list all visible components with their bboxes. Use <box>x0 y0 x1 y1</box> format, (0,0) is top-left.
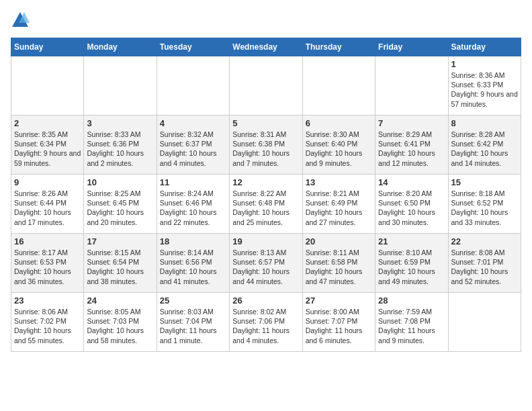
day-number: 12 <box>232 177 299 187</box>
day-number: 2 <box>14 118 81 128</box>
day-info: Sunrise: 8:08 AM Sunset: 7:01 PM Dayligh… <box>451 248 518 286</box>
weekday-header: Thursday <box>302 38 375 56</box>
calendar-cell: 4Sunrise: 8:32 AM Sunset: 6:37 PM Daylig… <box>157 116 229 175</box>
calendar-cell: 22Sunrise: 8:08 AM Sunset: 7:01 PM Dayli… <box>448 234 521 293</box>
logo-icon <box>11 11 30 30</box>
day-number: 17 <box>87 236 153 246</box>
calendar-cell: 7Sunrise: 8:29 AM Sunset: 6:41 PM Daylig… <box>375 116 448 175</box>
calendar-cell: 14Sunrise: 8:20 AM Sunset: 6:50 PM Dayli… <box>375 175 448 234</box>
day-number: 11 <box>160 177 226 187</box>
day-number: 21 <box>378 236 445 246</box>
day-number: 4 <box>160 118 226 128</box>
day-number: 13 <box>306 177 372 187</box>
day-number: 19 <box>232 236 299 246</box>
day-info: Sunrise: 8:18 AM Sunset: 6:52 PM Dayligh… <box>451 189 518 227</box>
day-number: 28 <box>378 295 445 306</box>
weekday-header: Tuesday <box>157 38 229 56</box>
day-info: Sunrise: 8:30 AM Sunset: 6:40 PM Dayligh… <box>306 130 372 168</box>
calendar-cell: 21Sunrise: 8:10 AM Sunset: 6:59 PM Dayli… <box>375 234 448 293</box>
calendar-cell: 19Sunrise: 8:13 AM Sunset: 6:57 PM Dayli… <box>230 234 302 293</box>
logo <box>11 11 32 30</box>
day-number: 1 <box>451 59 518 69</box>
calendar-cell: 15Sunrise: 8:18 AM Sunset: 6:52 PM Dayli… <box>448 175 521 234</box>
day-number: 15 <box>451 177 518 187</box>
day-info: Sunrise: 8:10 AM Sunset: 6:59 PM Dayligh… <box>378 248 445 286</box>
calendar-cell: 1Sunrise: 8:36 AM Sunset: 6:33 PM Daylig… <box>448 56 521 116</box>
calendar-cell: 17Sunrise: 8:15 AM Sunset: 6:54 PM Dayli… <box>84 234 157 293</box>
day-info: Sunrise: 8:03 AM Sunset: 7:04 PM Dayligh… <box>160 307 226 345</box>
calendar-cell: 9Sunrise: 8:26 AM Sunset: 6:44 PM Daylig… <box>11 175 84 234</box>
calendar-table: SundayMondayTuesdayWednesdayThursdayFrid… <box>11 38 521 352</box>
day-number: 26 <box>232 295 299 306</box>
calendar-cell: 13Sunrise: 8:21 AM Sunset: 6:49 PM Dayli… <box>302 175 375 234</box>
day-number: 24 <box>87 295 153 306</box>
calendar-cell <box>11 56 84 116</box>
weekday-header: Friday <box>375 38 448 56</box>
day-number: 14 <box>378 177 445 187</box>
calendar-cell <box>302 56 375 116</box>
day-info: Sunrise: 8:14 AM Sunset: 6:56 PM Dayligh… <box>160 248 226 286</box>
calendar-cell <box>448 293 521 352</box>
day-number: 23 <box>14 295 81 306</box>
weekday-header: Wednesday <box>230 38 302 56</box>
day-number: 6 <box>306 118 372 128</box>
day-number: 22 <box>451 236 518 246</box>
calendar-header-row: SundayMondayTuesdayWednesdayThursdayFrid… <box>11 38 521 56</box>
calendar-week-row: 1Sunrise: 8:36 AM Sunset: 6:33 PM Daylig… <box>11 56 521 116</box>
weekday-header: Sunday <box>11 38 84 56</box>
calendar-cell: 16Sunrise: 8:17 AM Sunset: 6:53 PM Dayli… <box>11 234 84 293</box>
day-info: Sunrise: 8:33 AM Sunset: 6:36 PM Dayligh… <box>87 130 153 168</box>
calendar-cell: 12Sunrise: 8:22 AM Sunset: 6:48 PM Dayli… <box>230 175 302 234</box>
calendar-cell: 5Sunrise: 8:31 AM Sunset: 6:38 PM Daylig… <box>230 116 302 175</box>
day-info: Sunrise: 8:15 AM Sunset: 6:54 PM Dayligh… <box>87 248 153 286</box>
day-info: Sunrise: 8:24 AM Sunset: 6:46 PM Dayligh… <box>160 189 226 227</box>
calendar-cell: 2Sunrise: 8:35 AM Sunset: 6:34 PM Daylig… <box>11 116 84 175</box>
day-info: Sunrise: 8:00 AM Sunset: 7:07 PM Dayligh… <box>306 307 372 345</box>
day-info: Sunrise: 8:02 AM Sunset: 7:06 PM Dayligh… <box>232 307 299 345</box>
day-number: 3 <box>87 118 153 128</box>
calendar-cell: 20Sunrise: 8:11 AM Sunset: 6:58 PM Dayli… <box>302 234 375 293</box>
day-info: Sunrise: 8:29 AM Sunset: 6:41 PM Dayligh… <box>378 130 445 168</box>
calendar-cell: 25Sunrise: 8:03 AM Sunset: 7:04 PM Dayli… <box>157 293 229 352</box>
day-info: Sunrise: 8:21 AM Sunset: 6:49 PM Dayligh… <box>306 189 372 227</box>
calendar-cell: 6Sunrise: 8:30 AM Sunset: 6:40 PM Daylig… <box>302 116 375 175</box>
day-info: Sunrise: 8:26 AM Sunset: 6:44 PM Dayligh… <box>14 189 81 227</box>
day-info: Sunrise: 8:25 AM Sunset: 6:45 PM Dayligh… <box>87 189 153 227</box>
calendar-cell: 11Sunrise: 8:24 AM Sunset: 6:46 PM Dayli… <box>157 175 229 234</box>
calendar-cell: 10Sunrise: 8:25 AM Sunset: 6:45 PM Dayli… <box>84 175 157 234</box>
weekday-header: Monday <box>84 38 157 56</box>
calendar-cell: 3Sunrise: 8:33 AM Sunset: 6:36 PM Daylig… <box>84 116 157 175</box>
calendar-cell: 26Sunrise: 8:02 AM Sunset: 7:06 PM Dayli… <box>230 293 302 352</box>
day-info: Sunrise: 8:05 AM Sunset: 7:03 PM Dayligh… <box>87 307 153 345</box>
day-number: 25 <box>160 295 226 306</box>
day-number: 16 <box>14 236 81 246</box>
calendar-cell <box>84 56 157 116</box>
calendar-week-row: 23Sunrise: 8:06 AM Sunset: 7:02 PM Dayli… <box>11 293 521 352</box>
day-info: Sunrise: 8:22 AM Sunset: 6:48 PM Dayligh… <box>232 189 299 227</box>
day-info: Sunrise: 8:13 AM Sunset: 6:57 PM Dayligh… <box>232 248 299 286</box>
calendar-week-row: 9Sunrise: 8:26 AM Sunset: 6:44 PM Daylig… <box>11 175 521 234</box>
calendar-cell: 23Sunrise: 8:06 AM Sunset: 7:02 PM Dayli… <box>11 293 84 352</box>
calendar-cell: 28Sunrise: 7:59 AM Sunset: 7:08 PM Dayli… <box>375 293 448 352</box>
day-info: Sunrise: 7:59 AM Sunset: 7:08 PM Dayligh… <box>378 307 445 345</box>
day-number: 5 <box>232 118 299 128</box>
calendar-cell <box>375 56 448 116</box>
day-info: Sunrise: 8:17 AM Sunset: 6:53 PM Dayligh… <box>14 248 81 286</box>
day-info: Sunrise: 8:36 AM Sunset: 6:33 PM Dayligh… <box>451 71 518 109</box>
day-number: 8 <box>451 118 518 128</box>
calendar-cell: 8Sunrise: 8:28 AM Sunset: 6:42 PM Daylig… <box>448 116 521 175</box>
day-info: Sunrise: 8:35 AM Sunset: 6:34 PM Dayligh… <box>14 130 81 168</box>
day-info: Sunrise: 8:28 AM Sunset: 6:42 PM Dayligh… <box>451 130 518 168</box>
calendar-cell: 27Sunrise: 8:00 AM Sunset: 7:07 PM Dayli… <box>302 293 375 352</box>
day-number: 10 <box>87 177 153 187</box>
page-header <box>11 11 521 30</box>
day-info: Sunrise: 8:20 AM Sunset: 6:50 PM Dayligh… <box>378 189 445 227</box>
weekday-header: Saturday <box>448 38 521 56</box>
calendar-cell: 18Sunrise: 8:14 AM Sunset: 6:56 PM Dayli… <box>157 234 229 293</box>
calendar-cell <box>157 56 229 116</box>
calendar-cell: 24Sunrise: 8:05 AM Sunset: 7:03 PM Dayli… <box>84 293 157 352</box>
day-number: 20 <box>306 236 372 246</box>
day-number: 7 <box>378 118 445 128</box>
day-info: Sunrise: 8:06 AM Sunset: 7:02 PM Dayligh… <box>14 307 81 345</box>
day-number: 9 <box>14 177 81 187</box>
